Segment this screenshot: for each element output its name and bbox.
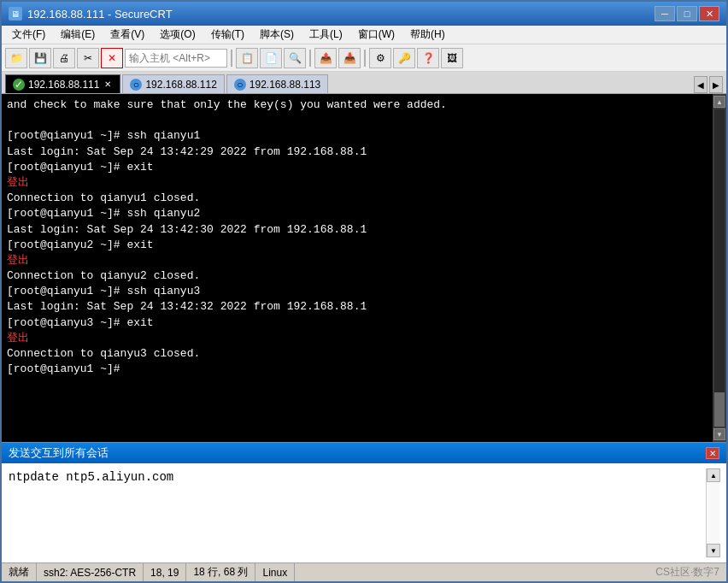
- chat-title: 发送交互到所有会话: [9, 445, 109, 461]
- tab-3[interactable]: ○ 192.168.88.113: [226, 74, 328, 93]
- tab-nav: ◀ ▶: [694, 76, 723, 93]
- terminal-scrollbar[interactable]: ▲ ▼: [713, 94, 726, 442]
- chat-scrollbar: ▲ ▼: [706, 468, 719, 557]
- maximize-button[interactable]: □: [677, 6, 697, 21]
- tab-1-close[interactable]: ✕: [103, 80, 113, 89]
- menu-item-S[interactable]: 脚本(S): [253, 26, 301, 44]
- toolbar-btn-11[interactable]: 🔑: [393, 48, 415, 68]
- scroll-up-btn[interactable]: ▲: [713, 96, 725, 108]
- toolbar-separator-1: [231, 50, 232, 67]
- menu-item-L[interactable]: 工具(L): [302, 26, 349, 44]
- tab-1[interactable]: ✓ 192.168.88.111 ✕: [5, 74, 120, 93]
- chat-header: 发送交互到所有会话 ✕: [2, 443, 726, 463]
- host-input[interactable]: [125, 49, 227, 68]
- scroll-thumb: [714, 392, 725, 427]
- toolbar-btn-8[interactable]: 📤: [314, 48, 337, 68]
- toolbar-btn-4[interactable]: ✂: [77, 48, 99, 68]
- tab-prev-btn[interactable]: ◀: [694, 76, 707, 93]
- menu-item-V[interactable]: 查看(V): [103, 26, 151, 44]
- menu-item-E[interactable]: 编辑(E): [54, 26, 102, 44]
- chat-close-button[interactable]: ✕: [706, 447, 719, 459]
- app-icon: 🖥: [9, 7, 22, 21]
- window-title: 192.168.88.111 - SecureCRT: [27, 8, 173, 21]
- tab-3-label: 192.168.88.113: [250, 79, 320, 91]
- status-line-info: 18 行, 68 列: [186, 563, 255, 581]
- toolbar-btn-10[interactable]: ⚙: [369, 48, 391, 68]
- chat-panel: 发送交互到所有会话 ✕ ntpdate ntp5.aliyun.com ▲ ▼: [2, 442, 726, 562]
- title-bar-left: 🖥 192.168.88.111 - SecureCRT: [9, 7, 173, 21]
- menu-item-W[interactable]: 窗口(W): [351, 26, 402, 44]
- scroll-track: [714, 109, 725, 427]
- toolbar: 📁 💾 🖨 ✂ ✕ 📋 📄 🔍 📤 📥 ⚙ 🔑 ❓ 🖼: [2, 44, 726, 72]
- toolbar-btn-1[interactable]: 📁: [5, 48, 27, 68]
- app-window: 🖥 192.168.88.111 - SecureCRT ─ □ ✕ 文件(F)…: [0, 0, 728, 583]
- tab-2-label: 192.168.88.112: [145, 79, 216, 91]
- menu-bar: 文件(F)编辑(E)查看(V)选项(O)传输(T)脚本(S)工具(L)窗口(W)…: [2, 26, 726, 44]
- chat-input-area: ntpdate ntp5.aliyun.com ▲ ▼: [2, 463, 726, 562]
- status-os: Linux: [255, 563, 295, 581]
- main-area: and check to make sure that only the key…: [2, 94, 726, 581]
- title-bar: 🖥 192.168.88.111 - SecureCRT ─ □ ✕: [2, 2, 726, 26]
- chat-input[interactable]: ntpdate ntp5.aliyun.com: [9, 468, 706, 557]
- tab-1-label: 192.168.88.111: [28, 79, 99, 91]
- scroll-down-btn[interactable]: ▼: [713, 428, 725, 440]
- toolbar-separator-3: [364, 50, 366, 67]
- toolbar-separator-2: [309, 50, 311, 67]
- chat-scroll-track: [707, 482, 719, 544]
- tab-1-icon: ✓: [13, 79, 25, 91]
- status-encryption: ssh2: AES-256-CTR: [37, 563, 144, 581]
- toolbar-btn-2[interactable]: 💾: [29, 48, 51, 68]
- tab-bar: ✓ 192.168.88.111 ✕ ○ 192.168.88.112 ○ 19…: [2, 72, 726, 94]
- toolbar-btn-5[interactable]: 📋: [236, 48, 258, 68]
- toolbar-btn-7[interactable]: 🔍: [284, 48, 306, 68]
- close-button[interactable]: ✕: [699, 6, 719, 21]
- terminal-content: and check to make sure that only the key…: [2, 94, 713, 442]
- menu-item-F[interactable]: 文件(F): [5, 26, 52, 44]
- toolbar-btn-6[interactable]: 📄: [260, 48, 282, 68]
- toolbar-btn-12[interactable]: ❓: [417, 48, 439, 68]
- status-bar: 就绪 ssh2: AES-256-CTR 18, 19 18 行, 68 列 L…: [2, 562, 726, 581]
- minimize-button[interactable]: ─: [655, 6, 675, 21]
- status-watermark: CS社区·数字7: [649, 563, 726, 581]
- toolbar-btn-3[interactable]: 🖨: [53, 48, 75, 68]
- tab-2-icon: ○: [130, 79, 142, 91]
- toolbar-btn-13[interactable]: 🖼: [441, 48, 463, 68]
- toolbar-btn-9[interactable]: 📥: [338, 48, 361, 68]
- tab-next-btn[interactable]: ▶: [709, 76, 723, 93]
- menu-item-O[interactable]: 选项(O): [153, 26, 202, 44]
- menu-item-T[interactable]: 传输(T): [204, 26, 251, 44]
- tab-3-icon: ○: [234, 79, 246, 91]
- chat-scroll-up[interactable]: ▲: [707, 468, 720, 482]
- menu-item-H[interactable]: 帮助(H): [403, 26, 452, 44]
- terminal-container[interactable]: and check to make sure that only the key…: [2, 94, 726, 442]
- chat-scroll-down[interactable]: ▼: [707, 544, 720, 557]
- window-controls: ─ □ ✕: [655, 6, 719, 21]
- status-ready: 就绪: [2, 563, 37, 581]
- tab-2[interactable]: ○ 192.168.88.112: [122, 74, 224, 93]
- status-position: 18, 19: [144, 563, 186, 581]
- toolbar-btn-x[interactable]: ✕: [101, 48, 123, 68]
